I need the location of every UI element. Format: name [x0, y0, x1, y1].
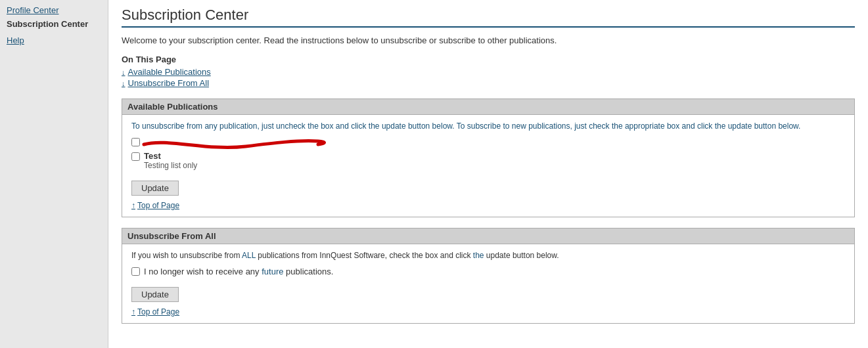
arrow-up-icon-2: ↑ [131, 307, 135, 316]
unsub-all-checkbox[interactable] [131, 267, 140, 276]
pub-1-checkbox[interactable] [131, 138, 140, 146]
arrow-up-icon: ↑ [131, 201, 135, 210]
available-publications-section: Available Publications To unsubscribe fr… [122, 98, 855, 217]
pub-item-1-container [131, 137, 845, 147]
unsubscribe-from-all-header: Unsubscribe From All [122, 228, 854, 244]
sidebar-profile-center-link[interactable]: Profile Center [7, 5, 101, 15]
unsubscribe-from-all-section: Unsubscribe From All If you wish to unsu… [122, 228, 855, 324]
unsubscribe-all-update-button[interactable]: Update [131, 287, 179, 302]
unsubscribe-all-top-of-page-link[interactable]: ↑ Top of Page [131, 307, 845, 316]
pub-test-checkbox[interactable] [131, 152, 140, 161]
page-title: Subscription Center [122, 7, 855, 28]
unsub-label: I no longer wish to receive any future p… [144, 267, 333, 276]
available-pub-top-of-page-link[interactable]: ↑ Top of Page [131, 201, 845, 210]
on-this-page-link-unsubscribe[interactable]: ↓ Unsubscribe From All [122, 78, 855, 88]
arrow-down-icon-2: ↓ [122, 79, 126, 87]
sidebar: Profile Center Subscription Center Help [0, 0, 108, 348]
on-this-page-link-available[interactable]: ↓ Available Publications [122, 67, 855, 77]
sidebar-help-link[interactable]: Help [7, 35, 101, 45]
available-publications-header: Available Publications [122, 99, 854, 115]
pub-item-test: Test Testing list only [131, 151, 845, 170]
main-content: Subscription Center Welcome to your subs… [108, 0, 868, 348]
available-publications-body: To unsubscribe from any publication, jus… [122, 115, 854, 217]
sidebar-subscription-center-label: Subscription Center [7, 19, 101, 29]
pub-test-desc: Testing list only [144, 161, 197, 170]
the-keyword: the [473, 251, 484, 260]
pub-test-name: Test [144, 151, 197, 161]
welcome-text: Welcome to your subscription center. Rea… [122, 35, 855, 45]
on-this-page-title: On This Page [122, 54, 855, 64]
future-keyword: future [262, 267, 283, 276]
available-pub-update-button[interactable]: Update [131, 181, 179, 196]
arrow-down-icon: ↓ [122, 68, 126, 76]
on-this-page-section: On This Page ↓ Available Publications ↓ … [122, 54, 855, 88]
all-keyword: ALL [242, 251, 256, 260]
unsub-checkbox-item: I no longer wish to receive any future p… [131, 267, 845, 276]
unsubscribe-instruction: If you wish to unsubscribe from ALL publ… [131, 251, 845, 260]
unsubscribe-from-all-body: If you wish to unsubscribe from ALL publ… [122, 244, 854, 323]
available-pub-instruction: To unsubscribe from any publication, jus… [131, 121, 845, 131]
